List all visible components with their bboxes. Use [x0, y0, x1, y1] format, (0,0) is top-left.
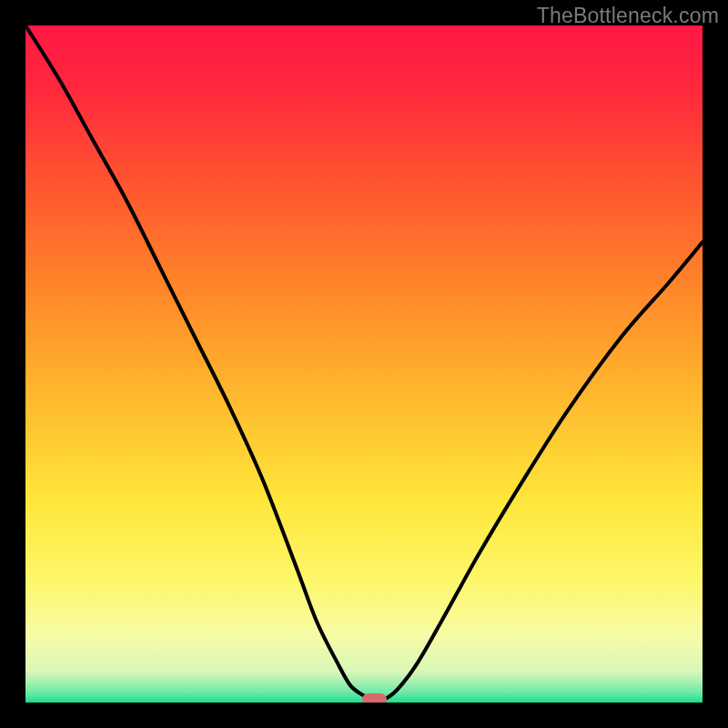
optimal-point-marker: [362, 693, 387, 703]
plot-area: [25, 25, 703, 703]
bottleneck-curve: [25, 25, 703, 703]
watermark-text: TheBottleneck.com: [537, 4, 719, 28]
chart-frame: TheBottleneck.com: [0, 0, 728, 728]
